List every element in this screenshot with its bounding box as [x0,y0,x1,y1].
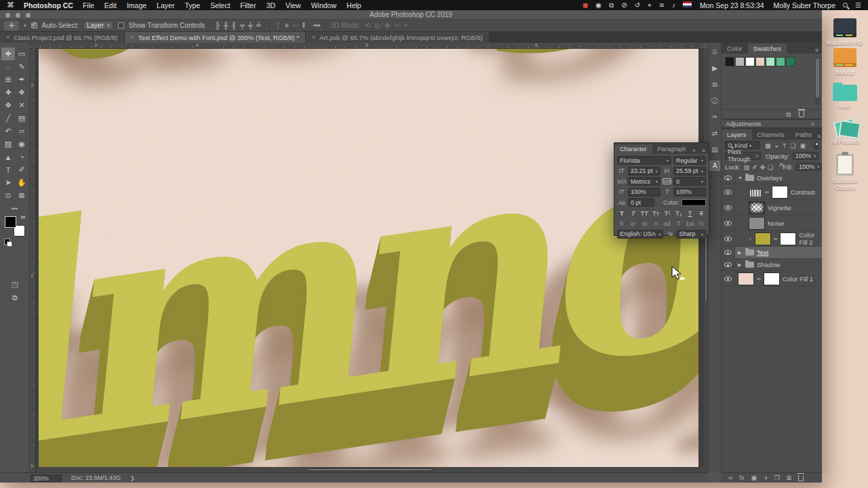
layer-row-overlays[interactable]: ▼Overlays [722,172,822,184]
align-icon-3[interactable]: ╤ [240,22,245,29]
collapse-panel-icon[interactable]: » [692,147,696,154]
visibility-cell[interactable] [722,184,735,199]
layer-filter-toggle[interactable] [814,142,818,149]
tab-layers[interactable]: Layers [722,129,752,140]
crop-tool[interactable]: ⊞ [1,73,15,86]
close-tab-icon[interactable]: × [312,34,315,41]
visibility-cell[interactable] [722,216,735,230]
eraser-tool[interactable]: ▱ [15,125,28,138]
layer-content[interactable]: Vignette [735,200,822,215]
align-icon-2[interactable]: ╢ [232,22,237,29]
layer-content[interactable]: Noise [735,216,822,230]
menu-item-type[interactable]: Type [184,1,200,9]
tool-presets-panel-icon[interactable]: ▤ [709,144,720,155]
layer-content[interactable]: ∞Contrast [735,184,822,199]
spotlight-search-icon[interactable] [843,3,848,7]
distribute-icon-1[interactable]: ≡ [285,22,289,29]
opentype-button-4[interactable]: ad [663,220,672,227]
anti-alias-dropdown[interactable]: Sharp▾ [676,230,706,239]
leading-field[interactable]: 25.59 pt▾ [673,167,706,176]
do-not-disturb-icon[interactable]: ⊘ [621,1,627,9]
desktop-icon-skillshare-classes[interactable]: Skillshare Classes [822,154,868,191]
layer-content[interactable]: ⌐∞Color Fill 2 [735,231,822,246]
align-icon-5[interactable]: ╧ [256,22,261,29]
clone-source-panel-icon[interactable]: ⧉ [709,79,720,89]
layer-thumbnail[interactable] [749,201,765,214]
close-tab-icon[interactable]: × [131,34,134,41]
subscript-button[interactable]: T₁ [674,209,684,217]
healing-brush-tool[interactable]: ✚ [1,86,15,99]
info-panel-icon[interactable]: ⓘ [709,96,720,106]
new-group-icon[interactable]: ❒ [774,474,779,481]
tool-preset-chevron-icon[interactable]: ▾ [24,23,26,28]
eye-icon[interactable] [724,262,732,267]
mask-thumbnail[interactable] [772,186,788,199]
fill-thumbnail[interactable] [738,272,754,285]
3d-mode-icon-4[interactable]: ⌖ [404,22,408,29]
desktop-icon-misc[interactable]: Misc [822,85,868,110]
close-tab-icon[interactable]: × [6,34,9,41]
horizontal-scrollbar[interactable] [36,467,704,472]
default-colors-icon[interactable] [4,239,10,245]
visibility-cell[interactable] [722,259,735,270]
apple-menu-icon[interactable]: ⌘ [7,1,14,9]
font-family-dropdown[interactable]: Florista▾ [617,156,671,165]
lasso-tool[interactable]: ◌ [1,60,15,73]
language-dropdown[interactable]: English: USA▾ [617,230,663,239]
eyedropper-tool[interactable]: ✒ [15,73,28,86]
actions-panel-icon[interactable]: ▶ [709,63,720,73]
document-canvas[interactable]: defg lmnopq [39,49,698,467]
layer-content[interactable]: ▶Shadow [735,259,822,270]
layer-row-color-fill-1[interactable]: ∞Color Fill 1 [722,271,822,287]
brush-settings-panel-icon[interactable]: ✑ [709,112,720,122]
menu-item-select[interactable]: Select [210,1,230,9]
zoom-window-button[interactable] [26,13,31,18]
swatch-3[interactable] [755,57,765,66]
strikethrough-button[interactable]: T [696,209,706,217]
layer-content[interactable]: ▶Text [735,247,822,258]
new-layer-icon[interactable]: ⊞ [786,474,791,481]
distribute-icon-2[interactable]: ⋯ [292,22,299,29]
layer-name[interactable]: Text [757,249,768,256]
new-adjustment-icon[interactable]: ◑ [764,474,767,481]
3d-mode-icon-1[interactable]: ◎ [374,22,380,29]
dodge-tool[interactable]: ▲ [1,150,15,163]
menu-item-layer[interactable]: Layer [157,1,174,9]
mask-thumbnail[interactable] [764,272,780,285]
eye-icon[interactable] [724,176,732,180]
expander-icon[interactable]: ▶ [738,262,743,268]
desktop-icon-all-pictures[interactable]: All Pictures [822,119,868,145]
filter-icon-3[interactable]: ❏ [790,142,795,149]
layer-row-color-fill-2[interactable]: ⌐∞Color Fill 2 [722,231,822,247]
gradient-tool[interactable]: ▨ [1,138,15,150]
swap-colors-icon[interactable]: ⇄ [21,214,26,220]
layer-row-vignette[interactable]: Vignette [722,200,822,216]
superscript-button[interactable]: T¹ [663,209,672,217]
menubar-clock[interactable]: Mon Sep 23 8:53:34 [700,1,764,9]
zoom-level-field[interactable]: 300% [31,474,62,482]
lock-icon-3[interactable]: ❏ [768,164,773,171]
quick-select-tool[interactable]: ✎ [15,60,28,73]
adjustments-panel-header[interactable]: Adjustments [726,120,761,127]
eye-icon[interactable] [724,277,732,281]
new-swatch-button[interactable]: ⧉ [786,110,791,119]
opentype-button-2[interactable]: st [640,220,650,227]
layer-name[interactable]: Contrast [791,188,815,196]
path-select-tool[interactable]: ➤ [1,176,15,189]
faux-italic-button[interactable]: T [629,209,638,217]
volume-icon[interactable]: ♪ [672,1,675,9]
distribute-icon-3[interactable]: ‖ [302,22,305,29]
menubar-user[interactable]: Molly Suber Thorpe [774,1,835,9]
menu-item-filter[interactable]: Filter [240,1,256,9]
screen-mode-button[interactable]: ⧉ [12,293,18,302]
underline-button[interactable]: T [686,209,695,217]
all-caps-button[interactable]: TT [640,209,650,217]
blend-mode-dropdown[interactable]: Pass Through▾ [725,152,761,160]
layer-effects-icon[interactable]: fx [739,474,744,481]
horizontal-scale-field[interactable]: 100% [673,188,706,197]
eye-icon[interactable] [724,190,732,195]
slice-tool[interactable]: ✕ [15,99,28,112]
menu-item-image[interactable]: Image [127,1,146,9]
document-tab-1[interactable]: ×Text Effect Demo with Font.psd @ 300% (… [125,32,306,43]
marquee-tool[interactable]: ▭ [15,47,28,60]
